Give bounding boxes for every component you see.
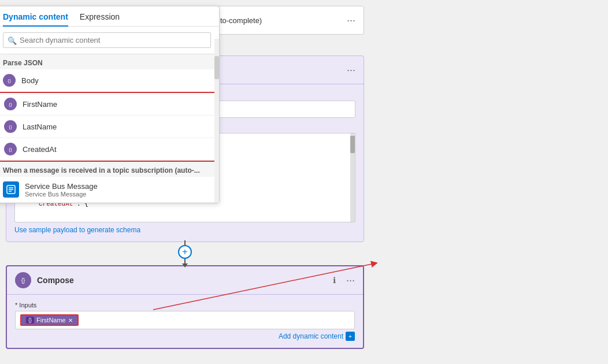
inputs-label: * Inputs — [15, 302, 355, 309]
trigger-section-label: When a message is received in a topic su… — [0, 162, 219, 177]
firstname-token-close[interactable]: ✕ — [68, 317, 73, 324]
vline-2 — [184, 240, 186, 245]
add-dynamic-icon: + — [346, 332, 355, 341]
schema-scrollbar[interactable] — [350, 133, 355, 222]
arrow-2 — [182, 263, 188, 268]
createdat-item-icon: {} — [4, 143, 17, 155]
lastname-item-label: LastName — [23, 122, 57, 131]
panel-item-createdat[interactable]: {} CreatedAt — [0, 138, 218, 161]
service-bus-item[interactable]: Service Bus Message Service Bus Message — [0, 177, 219, 203]
firstname-token: {} FirstName ✕ — [20, 314, 79, 326]
add-step-button[interactable]: + — [178, 245, 192, 259]
parse-json-menu[interactable]: ··· — [347, 64, 355, 76]
firstname-token-icon: {} — [26, 317, 34, 324]
firstname-item-label: FirstName — [23, 100, 57, 109]
lastname-item-icon: {} — [4, 120, 17, 133]
compose-title: Compose — [37, 276, 327, 285]
compose-header: {} Compose ℹ ··· — [7, 266, 363, 295]
service-bus-icon — [3, 181, 19, 198]
add-dynamic-link[interactable]: Add dynamic content + — [15, 332, 355, 341]
compose-card: {} Compose ℹ ··· * Inputs {} FirstName ✕… — [6, 265, 364, 349]
search-icon: 🔍 — [8, 36, 17, 44]
body-item-icon: {} — [3, 74, 16, 87]
service-bus-sub: Service Bus Message — [25, 191, 98, 198]
compose-info[interactable]: ℹ — [333, 276, 336, 285]
schema-scroll-thumb — [350, 136, 355, 153]
add-step-connector: + — [6, 242, 364, 265]
sample-link[interactable]: Use sample payload to generate schema — [14, 226, 140, 234]
panel-item-firstname[interactable]: {} FirstName — [0, 93, 218, 116]
vline-3 — [184, 259, 186, 263]
highlighted-items-group: {} FirstName {} LastName {} CreatedAt — [0, 92, 219, 162]
inputs-field[interactable]: {} FirstName ✕ — [15, 311, 355, 329]
service-bus-text: Service Bus Message Service Bus Message — [25, 182, 98, 198]
add-dynamic-label: Add dynamic content — [279, 332, 343, 340]
parse-json-section-label: Parse JSON — [0, 54, 219, 69]
compose-icon-symbol: {} — [21, 277, 25, 284]
panel-tabs: Dynamic content Expression — [0, 6, 219, 27]
dynamic-content-panel: Dynamic content Expression 🔍 Parse JSON … — [0, 6, 220, 203]
service-bus-name: Service Bus Message — [25, 182, 98, 191]
search-input[interactable] — [3, 32, 211, 48]
firstname-token-label: FirstName — [36, 317, 66, 324]
panel-scrollbar-thumb — [214, 56, 219, 79]
panel-search-area: 🔍 — [0, 27, 219, 54]
createdat-item-label: CreatedAt — [23, 145, 57, 154]
compose-body: * Inputs {} FirstName ✕ Add dynamic cont… — [7, 295, 363, 348]
panel-item-body[interactable]: {} Body — [0, 69, 219, 92]
panel-scrollbar[interactable] — [214, 39, 219, 203]
tab-expression[interactable]: Expression — [80, 12, 120, 26]
compose-icon: {} — [15, 272, 31, 288]
panel-item-lastname[interactable]: {} LastName — [0, 116, 218, 138]
tab-dynamic-content[interactable]: Dynamic content — [3, 12, 68, 26]
trigger-menu[interactable]: ··· — [347, 14, 355, 27]
compose-menu[interactable]: ··· — [346, 274, 355, 287]
firstname-item-icon: {} — [4, 98, 17, 110]
body-item-label: Body — [21, 76, 39, 85]
search-wrapper: 🔍 — [3, 32, 211, 48]
